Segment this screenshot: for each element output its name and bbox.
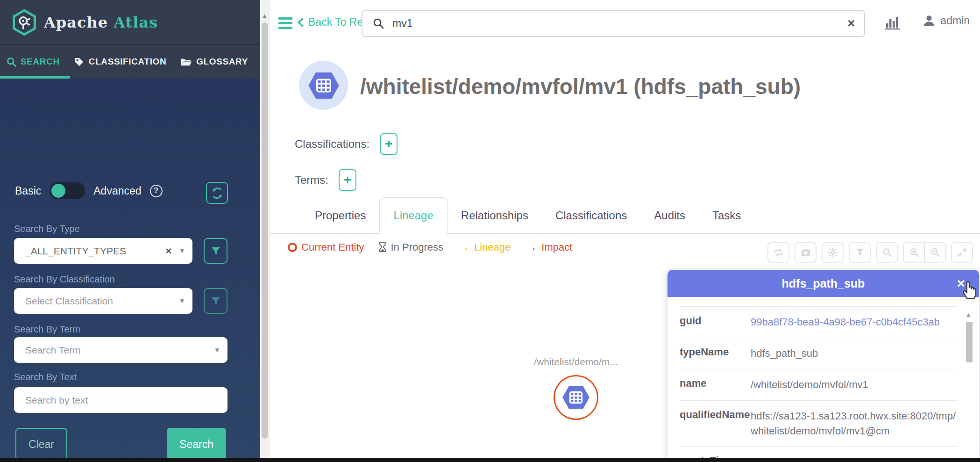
search-by-text-input[interactable]: Search by text <box>14 387 227 413</box>
classifications-label: Classifications: <box>295 137 369 151</box>
filter-icon <box>855 247 865 258</box>
search-by-term-select[interactable]: Search Term ▾ <box>14 337 227 363</box>
node-label: /whitelist/demo/m... <box>501 356 651 368</box>
legend-current-entity: Current Entity <box>288 241 364 253</box>
table-row: qualifiedName hdfs://sa123-1.sa123.root.… <box>680 401 958 447</box>
table-row: typeName hdfs_path_sub <box>680 338 958 369</box>
search-mode-row: Basic Advanced ? <box>15 182 163 199</box>
refresh-button[interactable] <box>206 182 228 204</box>
classifications-row: Classifications: + <box>295 133 398 155</box>
search-button[interactable]: Search <box>167 428 226 461</box>
node-detail-popover: hdfs_path_sub × guid 99ba8f78-bea9-4a98-… <box>668 270 979 462</box>
basic-advanced-toggle[interactable] <box>50 182 85 199</box>
type-filter-button[interactable] <box>204 238 227 264</box>
gear-icon <box>827 247 838 258</box>
sidebar-nav: SEARCH CLASSIFICATION GLOSSARY <box>0 45 260 79</box>
tab-audits[interactable]: Audits <box>640 197 699 233</box>
scroll-up-icon[interactable]: ▲ <box>262 12 268 19</box>
toggle-knob <box>51 184 65 198</box>
add-term-button[interactable]: + <box>339 169 356 191</box>
chevron-down-icon: ▾ <box>180 246 184 256</box>
atlas-app: Apache Atlas SEARCH CLASSIFICATION GLOSS… <box>0 0 980 462</box>
zoom-out-button[interactable] <box>924 242 946 263</box>
sidebar-scrollbar[interactable]: ▲ <box>260 0 270 462</box>
zoom-in-icon <box>909 247 919 258</box>
table-row: guid 99ba8f78-bea9-4a98-be67-c0b4cf45c3a… <box>680 306 958 338</box>
expand-icon <box>957 247 967 258</box>
bottom-edge-bar <box>0 458 980 462</box>
tab-classifications[interactable]: Classifications <box>542 197 640 233</box>
menu-icon[interactable] <box>278 17 292 31</box>
folder-open-icon <box>180 57 192 67</box>
impact-arrow-icon: → <box>525 241 537 253</box>
sidebar-tab-glossary[interactable]: GLOSSARY <box>180 57 248 67</box>
popover-header: hdfs_path_sub × <box>668 270 979 297</box>
legend-impact: → Impact <box>525 241 572 253</box>
search-by-type-select[interactable]: _ALL_ENTITY_TYPES × ▾ <box>14 238 192 264</box>
clear-type-icon[interactable]: × <box>166 245 172 257</box>
entity-tabs: Properties Lineage Relationships Classif… <box>270 197 980 234</box>
tab-relationships[interactable]: Relationships <box>447 197 542 233</box>
mouse-cursor <box>959 278 979 300</box>
chevron-left-icon <box>298 18 307 27</box>
entity-attributes-table: guid 99ba8f78-bea9-4a98-be67-c0b4cf45c3a… <box>680 306 958 462</box>
search-filter-panel: Basic Advanced ? Search By Type _ALL_ENT… <box>0 79 260 462</box>
search-by-type-label: Search By Type <box>14 224 80 234</box>
repeat-icon <box>773 247 784 258</box>
scroll-up-icon[interactable]: ▲ <box>965 311 972 318</box>
statistics-button[interactable] <box>883 13 902 32</box>
bar-chart-icon <box>883 13 902 32</box>
user-icon <box>923 14 936 27</box>
zoom-button-group <box>903 242 946 263</box>
zoom-out-icon <box>930 247 940 258</box>
screenshot-button[interactable] <box>795 242 817 263</box>
app-logo[interactable]: Apache Atlas <box>0 0 260 45</box>
chevron-down-icon: ▾ <box>180 296 184 306</box>
popover-title: hdfs_path_sub <box>782 277 865 290</box>
legend-lineage: → Lineage <box>457 241 511 253</box>
advanced-mode-label: Advanced <box>93 185 141 197</box>
top-bar: Back To Results mv1 × <box>270 0 980 47</box>
sidebar-tab-classification[interactable]: CLASSIFICATION <box>74 57 166 67</box>
search-by-classification-select[interactable]: Select Classification ▾ <box>14 288 192 314</box>
clear-search-icon[interactable]: × <box>847 17 855 30</box>
current-entity-icon <box>288 243 297 252</box>
user-menu[interactable]: admin <box>923 14 970 27</box>
classification-filter-button[interactable] <box>204 288 227 314</box>
global-search-input[interactable]: mv1 × <box>362 10 865 37</box>
filter-button[interactable] <box>849 242 871 263</box>
settings-button[interactable] <box>822 242 844 263</box>
popover-scrollbar-thumb[interactable] <box>966 322 973 362</box>
reset-layout-button[interactable] <box>767 242 789 263</box>
basic-mode-label: Basic <box>15 185 41 197</box>
search-by-classification-label: Search By Classification <box>14 274 115 285</box>
add-classification-button[interactable]: + <box>380 133 398 155</box>
main-area: Back To Results mv1 × <box>270 0 980 462</box>
tab-properties[interactable]: Properties <box>301 197 379 233</box>
scrollbar-thumb[interactable] <box>262 22 268 439</box>
tab-tasks[interactable]: Tasks <box>699 197 754 233</box>
camera-icon <box>800 247 811 258</box>
sidebar-tab-label: CLASSIFICATION <box>89 57 166 67</box>
sidebar-tab-label: GLOSSARY <box>196 57 248 67</box>
search-icon <box>373 18 384 29</box>
zoom-in-button[interactable] <box>903 242 925 263</box>
legend-in-progress: In Progress <box>378 241 444 253</box>
filter-icon <box>211 246 221 256</box>
guid-link[interactable]: 99ba8f78-bea9-4a98-be67-c0b4cf45c3ab <box>751 315 958 330</box>
search-node-button[interactable] <box>876 242 898 263</box>
hourglass-icon <box>378 242 387 253</box>
tab-lineage[interactable]: Lineage <box>379 197 447 234</box>
search-query-text: mv1 <box>392 17 847 30</box>
lineage-arrow-icon: → <box>457 241 470 253</box>
sidebar-tab-search[interactable]: SEARCH <box>7 57 60 67</box>
help-icon[interactable]: ? <box>150 185 163 197</box>
fullscreen-button[interactable] <box>951 242 973 263</box>
current-entity-node[interactable] <box>554 375 598 420</box>
sidebar: Apache Atlas SEARCH CLASSIFICATION GLOSS… <box>0 0 260 462</box>
search-icon <box>7 57 16 67</box>
table-row: name /whitelist/demo/mvfol/mv1 <box>680 369 958 401</box>
filter-icon <box>211 296 221 306</box>
lineage-legend: Current Entity In Progress → Lineage → I… <box>288 241 572 253</box>
clear-button[interactable]: Clear <box>15 428 67 461</box>
